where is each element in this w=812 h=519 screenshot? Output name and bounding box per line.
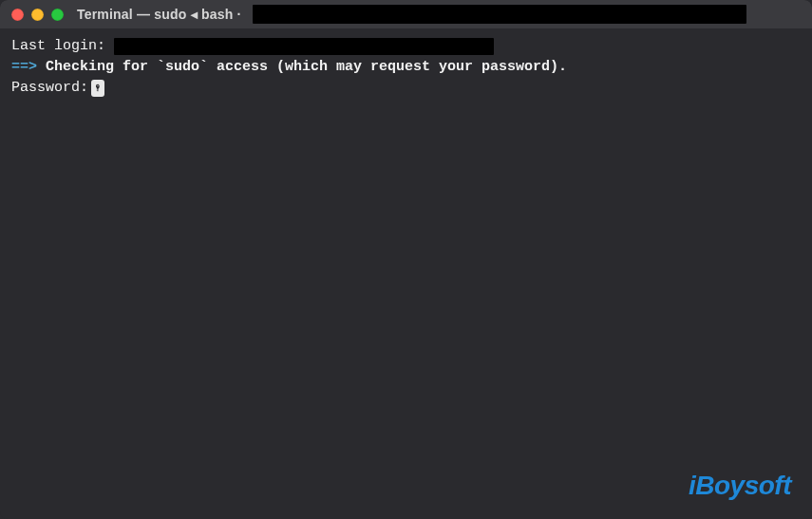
redacted-login-info — [114, 38, 494, 55]
key-icon — [91, 80, 104, 97]
password-line: Password: — [11, 78, 801, 99]
terminal-window: Terminal — sudo ◂ bash · Last login: ==>… — [0, 0, 812, 519]
close-icon[interactable] — [11, 9, 24, 21]
password-label: Password: — [11, 78, 88, 99]
maximize-icon[interactable] — [51, 9, 64, 21]
window-title: Terminal — sudo ◂ bash · — [77, 7, 241, 22]
last-login-line: Last login: — [11, 36, 801, 57]
minimize-icon[interactable] — [31, 9, 44, 21]
sudo-check-line: ==> Checking for `sudo` access (which ma… — [11, 57, 801, 78]
last-login-label: Last login: — [11, 36, 105, 57]
watermark-logo: iBoysoft — [689, 467, 791, 506]
prompt-arrow: ==> — [11, 57, 37, 78]
titlebar: Terminal — sudo ◂ bash · — [0, 0, 812, 28]
redacted-title-segment — [253, 5, 746, 24]
sudo-check-message: Checking for `sudo` access (which may re… — [37, 57, 567, 78]
terminal-content[interactable]: Last login: ==> Checking for `sudo` acce… — [0, 28, 812, 519]
